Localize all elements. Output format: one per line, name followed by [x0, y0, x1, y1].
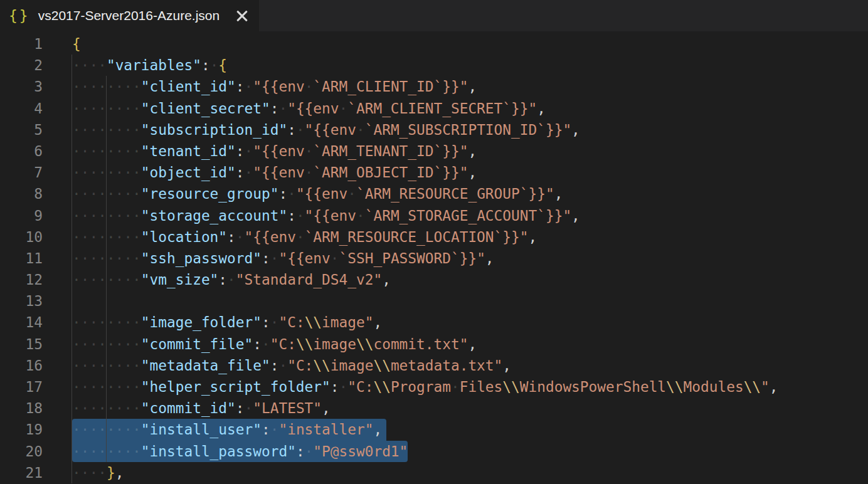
whitespace-dots: ·: [227, 271, 236, 288]
line-number[interactable]: 8: [0, 183, 43, 204]
code-line[interactable]: 17········"helper_script_folder":·"C:\\P…: [0, 376, 868, 397]
code-line[interactable]: 20········"install_password":·"P@ssw0rd1…: [0, 441, 868, 462]
code-token: `ARM_RESOURCE_GROUP`}}": [356, 186, 554, 202]
code-token: :: [262, 250, 270, 266]
code-line[interactable]: 5········"subscription_id":·"{{env·`ARM_…: [0, 119, 868, 140]
line-number[interactable]: 14: [0, 312, 43, 333]
code-line[interactable]: 3········"client_id":·"{{env·`ARM_CLIENT…: [0, 76, 868, 97]
code-line-content: ········"helper_script_folder":·"C:\\Pro…: [72, 376, 778, 397]
whitespace-dots: ·: [339, 100, 348, 117]
whitespace-dots: ·: [270, 314, 279, 330]
code-line[interactable]: 21····},: [0, 462, 868, 483]
code-token: "{{env: [305, 122, 356, 138]
code-line[interactable]: 13: [0, 290, 868, 312]
whitespace-dots: ·: [278, 100, 287, 117]
line-number[interactable]: 17: [0, 376, 43, 397]
code-token: `ARM_CLIENT_SECRET`}}": [347, 100, 537, 117]
whitespace-dots: ·: [262, 336, 270, 352]
whitespace-dots: ·: [296, 208, 305, 224]
whitespace-dots: ····: [72, 57, 107, 73]
editor[interactable]: 1{2····"variables":·{3········"client_id…: [0, 31, 868, 484]
code-token: ,: [571, 122, 580, 138]
line-number[interactable]: 9: [0, 205, 43, 226]
line-number[interactable]: 18: [0, 397, 43, 419]
whitespace-dots: ·: [270, 421, 279, 438]
code-line[interactable]: 10········"location":·"{{env·`ARM_RESOUR…: [0, 226, 868, 248]
tab-vs2017-server2016-azure[interactable]: {} vs2017-Server2016-Azure.json: [0, 0, 259, 31]
line-number[interactable]: 7: [0, 162, 43, 183]
code-line[interactable]: 2····"variables":·{: [0, 55, 868, 76]
code-token: "object_id": [141, 164, 236, 181]
code-token: `ARM_CLIENT_ID`}}": [313, 78, 468, 95]
code-token: "ssh_password": [141, 250, 262, 266]
code-token: `ARM_RESOURCE_LOCATION`}}": [305, 229, 529, 245]
code-token: \\: [744, 379, 761, 395]
code-line[interactable]: 15········"commit_file":·"C:\\image\\com…: [0, 334, 868, 355]
line-number[interactable]: 6: [0, 140, 43, 162]
code-token: "metadata_file": [141, 357, 270, 374]
line-number[interactable]: 12: [0, 269, 43, 290]
whitespace-dots: ·: [270, 250, 279, 266]
code-token: \\: [296, 336, 313, 352]
code-line[interactable]: 8········"resource_group":·"{{env·`ARM_R…: [0, 183, 868, 204]
whitespace-dots: ·: [245, 78, 253, 95]
code-token: \\: [305, 314, 322, 330]
line-number[interactable]: 20: [0, 441, 43, 462]
line-number[interactable]: 1: [0, 33, 43, 55]
whitespace-dots: ·: [245, 400, 253, 416]
line-number[interactable]: 19: [0, 419, 43, 440]
code-token: :: [262, 314, 270, 330]
tab-close-icon[interactable]: [235, 9, 249, 23]
whitespace-dots: ·: [210, 57, 219, 73]
code-line[interactable]: 14········"image_folder":·"C:\\image",: [0, 312, 868, 333]
code-token: :: [287, 208, 296, 224]
line-number[interactable]: 10: [0, 226, 43, 248]
whitespace-dots: ·: [331, 250, 339, 266]
code-line[interactable]: 9········"storage_account":·"{{env·`ARM_…: [0, 205, 868, 226]
code-line[interactable]: 6········"tenant_id":·"{{env·`ARM_TENANT…: [0, 140, 868, 162]
code-token: image": [322, 314, 373, 330]
code-token: \\: [313, 357, 330, 374]
line-number[interactable]: 5: [0, 119, 43, 140]
code-token: \\: [502, 379, 519, 395]
code-token: ,: [373, 421, 382, 438]
code-token: "{{env: [253, 143, 304, 159]
line-number[interactable]: 16: [0, 355, 43, 376]
line-number[interactable]: 13: [0, 290, 43, 312]
line-number[interactable]: 2: [0, 55, 43, 76]
code-line-content: ········"commit_id":·"LATEST",: [72, 397, 331, 419]
code-line[interactable]: 7········"object_id":·"{{env·`ARM_OBJECT…: [0, 162, 868, 183]
code-token: "Standard_DS4_v2": [236, 271, 382, 288]
line-number[interactable]: 15: [0, 334, 43, 355]
whitespace-dots: ·: [245, 143, 253, 159]
whitespace-dots: ·: [347, 186, 356, 202]
code-token: "{{env: [305, 208, 356, 224]
line-number[interactable]: 4: [0, 98, 43, 119]
selection-highlight: ········"install_user":·"installer",: [72, 419, 386, 440]
code-line[interactable]: 12········"vm_size":·"Standard_DS4_v2",: [0, 269, 868, 290]
code-token: image: [313, 336, 356, 352]
code-line[interactable]: 11········"ssh_password":·"{{env·`SSH_PA…: [0, 248, 868, 269]
code-token: \\: [373, 379, 390, 395]
code-line[interactable]: 16········"metadata_file":·"C:\\image\\m…: [0, 355, 868, 376]
code-token: :: [236, 143, 245, 159]
code-token: "C:: [287, 357, 313, 374]
code-token: "C:: [347, 379, 373, 395]
code-token: "{{env: [253, 164, 304, 181]
code-line[interactable]: 19········"install_user":·"installer",: [0, 419, 868, 440]
line-number[interactable]: 21: [0, 462, 43, 483]
line-number[interactable]: 11: [0, 248, 43, 269]
code-token: "{{env: [245, 229, 296, 245]
code-token: "C:: [278, 314, 304, 330]
code-line-content: ········"client_id":·"{{env·`ARM_CLIENT_…: [72, 76, 477, 97]
code-token: "vm_size": [141, 271, 219, 288]
code-token: `ARM_OBJECT_ID`}}": [313, 164, 468, 181]
code-token: :: [201, 57, 210, 73]
code-line[interactable]: 18········"commit_id":·"LATEST",: [0, 397, 868, 419]
line-number[interactable]: 3: [0, 76, 43, 97]
code-line[interactable]: 4········"client_secret":·"{{env·`ARM_CL…: [0, 98, 868, 119]
code-line[interactable]: 1{: [0, 33, 868, 55]
code-line-content: ········"object_id":·"{{env·`ARM_OBJECT_…: [72, 162, 477, 183]
indent-guide-level-0: [71, 55, 72, 483]
code-token: ,: [468, 78, 477, 95]
